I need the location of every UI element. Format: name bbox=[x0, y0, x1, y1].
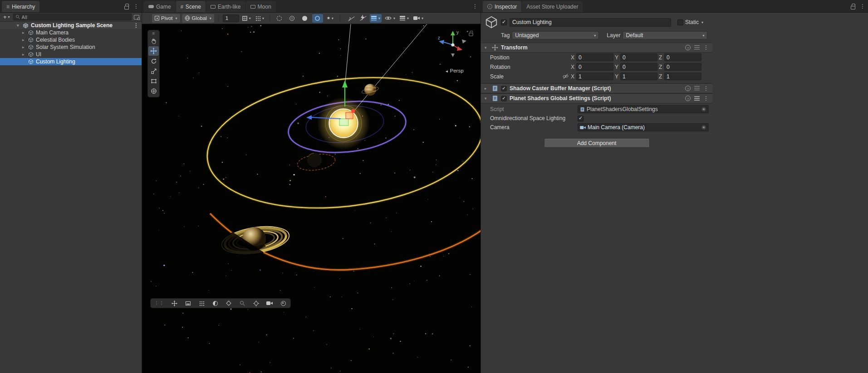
rect-tool-button[interactable] bbox=[148, 76, 159, 86]
add-component-button[interactable]: Add Component bbox=[544, 138, 650, 148]
gizmo-plane-handle-red[interactable] bbox=[346, 112, 353, 119]
add-object-button[interactable]: + ▾ bbox=[2, 14, 11, 20]
scene-kebab-icon[interactable]: ⋮ bbox=[472, 4, 478, 9]
search-overlay-button[interactable] bbox=[239, 300, 246, 307]
position-y-field[interactable]: 0 bbox=[620, 53, 657, 61]
foldout-closed-icon[interactable]: ▸ bbox=[22, 30, 25, 35]
foldout-closed-icon[interactable]: ▸ bbox=[485, 86, 489, 91]
grid-size-field[interactable]: 1 bbox=[223, 15, 239, 22]
camera-object-field[interactable]: Main Camera (Camera) bbox=[578, 123, 709, 131]
axis-negative-cone[interactable] bbox=[451, 53, 455, 57]
axis-z-cone[interactable] bbox=[439, 40, 444, 44]
transform-tool-button[interactable] bbox=[148, 86, 159, 96]
foldout-closed-icon[interactable]: ▸ bbox=[22, 52, 25, 57]
tab-moon[interactable]: Moon bbox=[246, 1, 276, 12]
grid-toggle-button[interactable] bbox=[198, 300, 205, 307]
rotation-z-field[interactable]: 0 bbox=[664, 63, 701, 71]
kebab-icon[interactable]: ⋮ bbox=[703, 96, 709, 101]
hierarchy-item-celestial-bodies[interactable]: ▸ Celestial Bodies bbox=[0, 36, 142, 44]
hierarchy-item-custom-lighting[interactable]: Custom Lighting bbox=[0, 58, 142, 65]
dark-moon[interactable] bbox=[307, 153, 322, 167]
presets-icon[interactable] bbox=[694, 45, 700, 50]
tab-earth-like[interactable]: Earth-like bbox=[206, 1, 245, 12]
gizmo-x-handle[interactable] bbox=[351, 109, 355, 113]
panels-toggle-button[interactable] bbox=[184, 300, 191, 307]
scene-visibility-dropdown[interactable]: ▾ bbox=[370, 14, 382, 23]
filled-circle-button[interactable] bbox=[299, 14, 310, 23]
tab-game[interactable]: Game bbox=[144, 1, 176, 12]
position-x-field[interactable]: 0 bbox=[576, 53, 613, 61]
enabled-checkbox[interactable] bbox=[501, 19, 507, 25]
overlay-drag-handle[interactable]: ≡ bbox=[152, 31, 155, 36]
lock-icon[interactable] bbox=[124, 6, 129, 10]
handle-space-dropdown[interactable]: Global ▾ bbox=[182, 14, 214, 23]
object-name-field[interactable]: Custom Lighting bbox=[510, 18, 671, 27]
scale-z-field[interactable]: 1 bbox=[664, 73, 701, 80]
scene-canvas[interactable] bbox=[142, 24, 481, 373]
inspector-kebab-icon[interactable]: ⋮ bbox=[860, 4, 865, 9]
tab-asset-store-uploader[interactable]: Asset Store Uploader bbox=[522, 1, 583, 12]
script-object-field[interactable]: PlanetShadersGlobalSettings bbox=[578, 105, 709, 113]
scale-y-field[interactable]: 1 bbox=[620, 73, 657, 80]
hierarchy-scene-row[interactable]: ▾ Custom Lighting Sample Scene ⋮ bbox=[0, 22, 142, 29]
hierarchy-item-main-camera[interactable]: ▸ Main Camera bbox=[0, 29, 142, 36]
grid-visual-dropdown[interactable]: ▾ bbox=[241, 14, 252, 23]
chevron-down-icon[interactable]: ▾ bbox=[701, 20, 703, 24]
help-icon[interactable] bbox=[685, 86, 691, 91]
axis-x-cone[interactable] bbox=[457, 46, 462, 51]
compass-button[interactable] bbox=[280, 300, 287, 307]
planet-shaders-component-header[interactable]: ▾ Planet Shaders Global Settings (Script… bbox=[481, 93, 712, 103]
rotate-tool-button[interactable] bbox=[148, 56, 159, 66]
pivot-dropdown[interactable]: Pivot ▾ bbox=[152, 14, 180, 23]
presets-icon[interactable] bbox=[694, 96, 700, 101]
scene-viewport[interactable]: ≡ bbox=[142, 24, 481, 373]
hierarchy-kebab-icon[interactable]: ⋮ bbox=[133, 4, 139, 9]
move-tool-button[interactable] bbox=[148, 46, 159, 56]
gizmo-plane-handle-green[interactable] bbox=[339, 119, 348, 126]
hierarchy-search[interactable] bbox=[13, 14, 132, 20]
transform-component-header[interactable]: ▾ Transform ⋮ bbox=[481, 43, 712, 53]
search-input[interactable] bbox=[22, 15, 129, 20]
foldout-open-icon[interactable]: ▾ bbox=[17, 23, 19, 28]
gizmo-lock-icon[interactable] bbox=[469, 33, 473, 36]
axis-negative-cone[interactable] bbox=[462, 39, 466, 44]
effects-dropdown[interactable]: *▾ bbox=[325, 14, 336, 23]
foldout-closed-icon[interactable]: ▸ bbox=[22, 45, 25, 49]
axis-y-cone[interactable] bbox=[451, 31, 455, 35]
layer-dropdown[interactable]: Default ▾ bbox=[623, 31, 707, 39]
camera-settings-dropdown[interactable]: ▾ bbox=[412, 14, 425, 23]
post-processing-button[interactable] bbox=[357, 14, 368, 23]
shadow-caster-component-header[interactable]: ▸ Shadow Caster Buffer Manager (Script) … bbox=[481, 83, 712, 93]
component-enabled-checkbox[interactable] bbox=[501, 96, 507, 101]
object-picker-icon[interactable] bbox=[701, 107, 706, 112]
shading-sphere-button[interactable] bbox=[287, 14, 298, 23]
shading-toggle-button[interactable] bbox=[211, 300, 219, 307]
omnidirectional-checkbox[interactable] bbox=[578, 116, 584, 121]
component-layers-dropdown[interactable]: ▾ bbox=[398, 14, 410, 23]
kebab-icon[interactable]: ⋮ bbox=[703, 86, 709, 91]
scale-x-field[interactable]: 1 bbox=[576, 73, 613, 80]
scale-tool-button[interactable] bbox=[148, 66, 159, 76]
orientation-gizmo[interactable]: y z bbox=[437, 29, 470, 61]
kebab-icon[interactable]: ⋮ bbox=[703, 45, 709, 50]
static-checkbox[interactable] bbox=[677, 19, 683, 25]
tab-hierarchy[interactable]: ≡ Hierarchy bbox=[2, 1, 39, 12]
crosshair-button[interactable] bbox=[252, 300, 260, 307]
tab-inspector[interactable]: Inspector bbox=[483, 1, 521, 12]
skybox-toggle-button[interactable] bbox=[274, 14, 285, 23]
help-icon[interactable] bbox=[685, 96, 691, 101]
projection-toggle[interactable]: ◄ Persp bbox=[438, 68, 471, 73]
foldout-closed-icon[interactable]: ▸ bbox=[22, 38, 25, 42]
foldout-open-icon[interactable]: ▾ bbox=[485, 96, 489, 101]
tag-dropdown[interactable]: Untagged ▾ bbox=[512, 31, 599, 39]
hierarchy-item-solar-system-simulation[interactable]: ▸ Solar System Simulation bbox=[0, 44, 142, 51]
rotation-x-field[interactable]: 0 bbox=[576, 63, 613, 71]
audio-mute-button[interactable]: ♪ bbox=[344, 14, 355, 23]
help-icon[interactable] bbox=[685, 45, 691, 50]
position-z-field[interactable]: 0 bbox=[664, 53, 701, 61]
hidden-objects-dropdown[interactable]: ▾ bbox=[383, 14, 397, 23]
snap-settings-dropdown[interactable]: ▾ bbox=[254, 14, 265, 23]
tab-scene[interactable]: # Scene bbox=[176, 1, 206, 12]
highlight-toggle-button[interactable] bbox=[225, 300, 232, 307]
hierarchy-item-ui[interactable]: ▸ UI bbox=[0, 51, 142, 58]
